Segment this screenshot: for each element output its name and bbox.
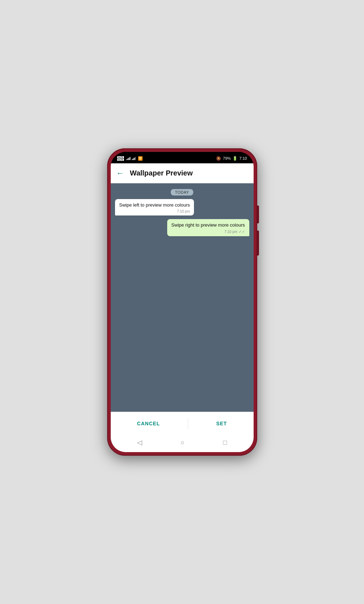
cancel-button[interactable]: CANCEL [126, 418, 171, 429]
status-time: 7:10 [239, 156, 247, 160]
chat-area[interactable]: TODAY Swipe left to preview more colours… [111, 183, 254, 412]
phone-screen: VoLTE VoLTE 🛜 🔕 7 [111, 152, 254, 452]
signal-bar [132, 159, 133, 160]
mute-icon: 🔕 [216, 156, 221, 161]
battery-percent: 79% [223, 156, 231, 160]
signal-bar [133, 158, 134, 160]
sent-message-bubble: Swipe right to preview more colours 7:10… [167, 219, 249, 236]
received-message-time: 7:10 pm [177, 209, 190, 213]
wifi-icon: 🛜 [138, 156, 143, 161]
signal-bar [135, 157, 136, 160]
phone-device: VoLTE VoLTE 🛜 🔕 7 [107, 148, 257, 456]
back-button[interactable]: ← [116, 169, 124, 178]
app-screen: ← Wallpaper Preview TODAY Swipe left to … [111, 163, 254, 452]
page-title: Wallpaper Preview [130, 169, 193, 177]
action-divider [188, 418, 188, 429]
status-left: VoLTE VoLTE 🛜 [117, 156, 143, 161]
signal-bar [128, 158, 128, 160]
back-nav-icon[interactable]: ◁ [137, 439, 142, 446]
status-bar: VoLTE VoLTE 🛜 🔕 7 [111, 152, 254, 163]
home-nav-icon[interactable]: ○ [181, 439, 185, 446]
nav-bar: ◁ ○ □ [111, 435, 254, 452]
volte2-badge: VoLTE [117, 159, 124, 161]
signal-bar [126, 159, 127, 160]
date-badge: TODAY [171, 189, 193, 195]
received-message-meta: 7:10 pm [119, 209, 190, 213]
received-message-text: Swipe left to preview more colours [119, 202, 190, 208]
signal-bar [130, 157, 130, 160]
sent-message-text: Swipe right to preview more colours [171, 222, 245, 228]
received-message-bubble: Swipe left to preview more colours 7:10 … [115, 199, 194, 216]
signal-bar [134, 158, 135, 160]
action-bar: CANCEL SET [111, 412, 254, 435]
signal-bar [129, 158, 129, 160]
top-bar: ← Wallpaper Preview [111, 163, 254, 183]
sent-message-time: 7:10 pm [224, 230, 237, 234]
status-right: 🔕 79% 🔋 7:10 [216, 156, 247, 161]
sent-message-ticks: ✓✓ [239, 229, 245, 234]
volte1-badge: VoLTE [117, 156, 124, 158]
recents-nav-icon[interactable]: □ [223, 439, 227, 446]
signal-bars-1 [126, 157, 130, 160]
set-button[interactable]: SET [205, 418, 238, 429]
volte-badges: VoLTE VoLTE [117, 156, 124, 161]
battery-icon: 🔋 [233, 156, 238, 161]
sent-message-meta: 7:10 pm ✓✓ [171, 229, 245, 234]
signal-bars-2 [132, 157, 136, 160]
